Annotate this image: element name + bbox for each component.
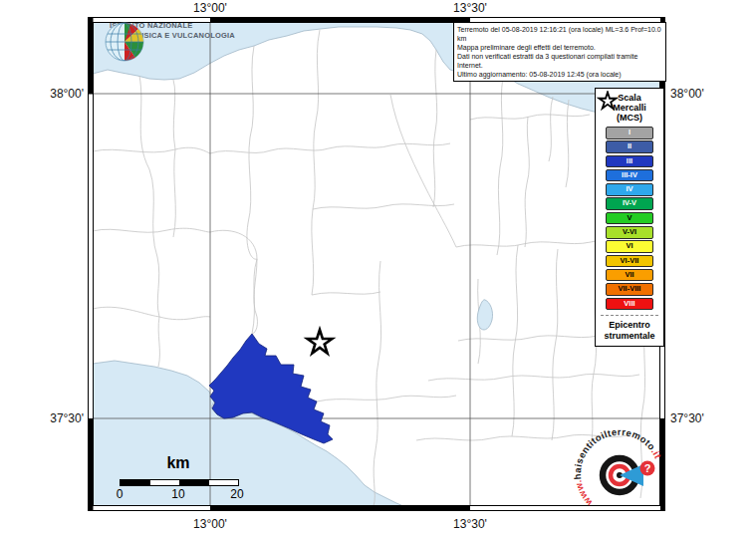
stamp-text-www: www.: [572, 479, 595, 509]
legend-chip-v: V: [606, 212, 653, 225]
legend-chip-viii: VIII: [606, 298, 653, 311]
event-info-line-3: Dati non verificati estratti da 3 questi…: [457, 52, 662, 70]
legend-chip-iv-v: IV-V: [606, 197, 653, 210]
lon-label-top-right: 13°30': [453, 1, 487, 15]
event-info-line-1: Terremoto del 05-08-2019 12:16:21 (ora l…: [457, 25, 662, 43]
scalebar-segment: [150, 480, 180, 485]
legend-chip-list: IIIIIIIII-IVIVIV-VVV-VIVIVI-VIIVIIVII-VI…: [596, 127, 663, 310]
lat-label-right-top: 38°00': [670, 87, 704, 101]
scalebar-segment: [209, 480, 239, 485]
legend-chip-vii: VII: [606, 269, 653, 282]
mercalli-legend: Scala Mercalli (MCS) IIIIIIIII-IVIVIV-VV…: [595, 88, 664, 347]
scalebar-tick-20: 20: [230, 487, 243, 501]
event-info-line-2: Mappa preliminare degli effetti del terr…: [457, 43, 662, 52]
lon-label-bottom-left: 13°00': [193, 517, 227, 531]
lat-label-left-bottom: 37°30': [38, 411, 84, 425]
legend-chip-iii: III: [606, 155, 653, 168]
haisentitoilterremoto-stamp: www.haisentitoilterremoto.it ?: [568, 423, 672, 528]
stamp-question-mark: ?: [644, 462, 651, 474]
legend-chip-i: I: [606, 127, 653, 139]
lon-label-top-left: 13°00': [193, 1, 227, 15]
legend-chip-vi-vii: VI-VII: [606, 255, 653, 268]
legend-chip-vii-viii: VII-VIII: [606, 283, 653, 296]
event-info-line-4: Ultimo aggiornamento: 05-08-2019 12:45 (…: [457, 70, 662, 79]
macroseismic-effects-map: 13°00' 13°30' 13°00' 13°30' 38°00' 37°30…: [0, 0, 756, 534]
lat-label-right-bottom: 37°30': [670, 411, 704, 425]
event-info-box: Terremoto del 05-08-2019 12:16:21 (ora l…: [453, 22, 666, 82]
scalebar-unit-label: km: [121, 454, 236, 472]
lon-label-bottom-right: 13°30': [453, 517, 487, 531]
scalebar-tick-10: 10: [171, 487, 184, 501]
ingv-globe-icon: [104, 21, 145, 63]
scalebar-segment: [121, 480, 150, 485]
legend-chip-iii-iv: III-IV: [606, 169, 653, 182]
ingv-logo: ISTITUTO NAZIONALE DI GEOFISICA E VULCAN…: [104, 21, 235, 41]
epicenter-star-icon: [596, 91, 620, 111]
scalebar-segment: [179, 480, 209, 485]
legend-title-line-3: (MCS): [596, 113, 663, 123]
legend-chip-vi: VI: [606, 240, 653, 253]
scalebar: [120, 479, 239, 486]
epicenter-label-line-2: strumentale: [596, 331, 663, 342]
epicenter-label-line-1: Epicentro: [596, 320, 663, 331]
legend-chip-v-vi: V-VI: [606, 226, 653, 239]
lat-label-left-top: 38°00': [38, 87, 84, 101]
scalebar-tick-0: 0: [117, 487, 124, 501]
legend-chip-ii: II: [606, 140, 653, 153]
legend-chip-iv: IV: [606, 183, 653, 196]
legend-separator: [601, 315, 658, 316]
